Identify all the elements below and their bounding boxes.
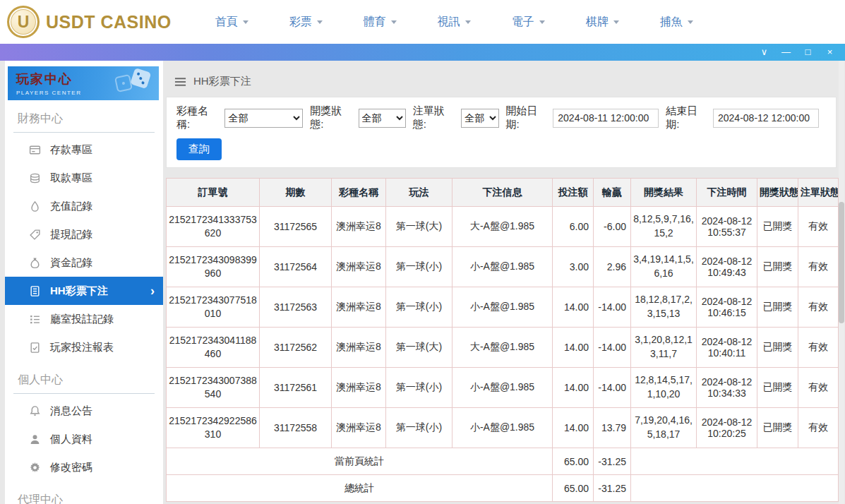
draw-status-cell: 已開獎 (757, 328, 798, 368)
window-maximize-icon[interactable]: □ (797, 44, 819, 61)
coins-icon (29, 172, 41, 184)
section-heading-finance: 財務中心 (13, 110, 155, 133)
page-title: HH彩票下注 (193, 75, 251, 88)
sidebar: 玩家中心 PLAYERS CENTER 財務中心 存款 (5, 61, 163, 504)
sidebar-item-change-password[interactable]: 修改密碼 (5, 453, 163, 481)
search-button[interactable]: 查詢 (176, 138, 222, 160)
lottery-type-select[interactable]: 全部 (224, 109, 303, 128)
lottery-name-cell: 澳洲幸运8 (332, 328, 386, 368)
sidebar-item-player-bet-report[interactable]: 玩家投注報表 (5, 333, 163, 361)
sidebar-item-recharge-records[interactable]: 充值記錄 (5, 192, 163, 220)
list-icon (29, 313, 41, 325)
sidebar-item-deposit-area[interactable]: 存款專區 (5, 136, 163, 164)
nav-item-live[interactable]: 視訊 (438, 15, 471, 30)
window-minimize-icon[interactable]: — (775, 44, 797, 61)
header-lottery-name: 彩種名稱 (332, 179, 386, 207)
nav-item-boardgames[interactable]: 棋牌 (586, 15, 619, 30)
scrollbar-thumb[interactable] (839, 202, 844, 323)
bet-amount-cell: 14.00 (553, 408, 594, 448)
total-stats-win-loss: -31.25 (594, 475, 631, 502)
sidebar-item-withdraw-area[interactable]: 取款專區 (5, 164, 163, 192)
sidebar-item-hall-bet-records[interactable]: 廳室投註記錄 (5, 305, 163, 333)
site-logo[interactable]: U USDT CASINO (0, 6, 172, 38)
lottery-name-cell: 澳洲幸运8 (332, 368, 386, 408)
draw-status-select[interactable]: 全部 (359, 109, 406, 128)
page-stats-win-loss: -31.25 (594, 448, 631, 475)
hamburger-menu-icon[interactable] (174, 77, 186, 87)
start-date-input[interactable] (553, 109, 659, 128)
header-draw-status: 開獎狀態 (757, 179, 798, 207)
sidebar-item-hh-lottery-bets[interactable]: HH彩票下注 › (5, 277, 163, 305)
chevron-right-icon: › (150, 284, 155, 297)
bet-amount-cell: 14.00 (553, 287, 594, 328)
order-status-label: 注單狀態: (413, 104, 457, 131)
bet-amount-cell: 6.00 (553, 207, 594, 247)
vertical-scrollbar[interactable] (839, 61, 844, 504)
header-draw-result: 開獎結果 (631, 179, 697, 207)
nav-item-sports[interactable]: 體育 (364, 15, 397, 30)
nav-item-home[interactable]: 首頁 (215, 15, 248, 30)
bets-table-card: 訂單號 期數 彩種名稱 玩法 下注信息 投注額 輸贏 開獎結果 下注時間 開獎狀… (166, 178, 837, 502)
sidebar-item-label: 消息公告 (50, 404, 92, 418)
header-win-loss: 輸贏 (594, 179, 631, 207)
filter-panel: 彩種名稱: 全部 開獎狀態: 全部 注單狀態: 全部 開始日期: 結束日期: (166, 97, 837, 168)
lottery-name-cell: 澳洲幸运8 (332, 247, 386, 287)
bet-time-cell: 2024-08-12 10:46:15 (697, 287, 757, 328)
order-status-cell: 有效 (798, 287, 839, 328)
nav-item-slots[interactable]: 電子 (512, 15, 545, 30)
dice-icon (112, 66, 157, 100)
end-date-input[interactable] (713, 109, 819, 128)
end-date-label: 結束日期: (666, 104, 709, 131)
lottery-name-cell: 澳洲幸运8 (332, 408, 386, 448)
period-cell: 31172561 (260, 368, 332, 408)
draw-status-cell: 已開獎 (757, 368, 798, 408)
order-status-select[interactable]: 全部 (461, 109, 498, 128)
page-stats-empty-cell (631, 448, 839, 475)
draw-status-cell: 已開獎 (757, 247, 798, 287)
bet-time-cell: 2024-08-12 10:49:43 (697, 247, 757, 287)
draw-result-cell: 8,12,5,9,7,16,15,2 (631, 207, 697, 247)
bet-amount-cell: 3.00 (553, 247, 594, 287)
play-type-cell: 第一球(小) (386, 408, 453, 448)
play-type-cell: 第一球(小) (386, 287, 453, 328)
page-stats-label: 當前頁統計 (167, 448, 553, 475)
order-number-cell: 2152172343098399960 (167, 247, 260, 287)
win-loss-cell: -14.00 (594, 368, 631, 408)
order-status-cell: 有效 (798, 207, 839, 247)
chevron-down-icon (243, 20, 248, 24)
period-cell: 31172564 (260, 247, 332, 287)
window-close-icon[interactable]: × (819, 44, 841, 61)
bet-info-cell: 小-A盤@1.985 (453, 287, 553, 328)
draw-result-cell: 12,8,14,5,17,1,10,20 (631, 368, 697, 408)
draw-status-cell: 已開獎 (757, 287, 798, 328)
total-stats-empty-cell (631, 475, 839, 502)
chevron-down-icon (391, 20, 397, 24)
tag-icon (29, 229, 41, 241)
bet-info-cell: 大-A盤@1.985 (453, 207, 553, 247)
total-stats-amount: 65.00 (553, 475, 594, 502)
play-type-cell: 第一球(小) (386, 247, 453, 287)
page-stats-amount: 65.00 (553, 448, 594, 475)
sidebar-item-withdrawal-records[interactable]: 提現記錄 (5, 220, 163, 248)
nav-item-lottery[interactable]: 彩票 (289, 15, 323, 30)
sidebar-item-label: 廳室投註記錄 (50, 313, 114, 326)
bell-icon (29, 405, 41, 417)
moneybag-icon (29, 257, 41, 269)
header-bet-info: 下注信息 (453, 179, 553, 207)
draw-status-label: 開獎狀態: (310, 104, 354, 131)
order-number-cell: 2152172343077518010 (167, 287, 260, 328)
sidebar-item-funds-records[interactable]: 資金記錄 (5, 248, 163, 277)
period-cell: 31172562 (260, 328, 332, 368)
sidebar-item-announcements[interactable]: 消息公告 (5, 397, 163, 425)
bet-info-cell: 大-A盤@1.985 (453, 328, 553, 368)
main-nav: 首頁 彩票 體育 視訊 電子 棋牌 捕魚 (215, 15, 693, 30)
order-status-cell: 有效 (798, 368, 839, 408)
table-row: 2152172342922586310 31172558 澳洲幸运8 第一球(小… (167, 408, 839, 448)
sidebar-item-profile[interactable]: 個人資料 (5, 425, 163, 453)
window-dropdown-icon[interactable]: ∨ (753, 44, 775, 61)
win-loss-cell: -14.00 (594, 287, 631, 328)
sidebar-item-label: 充值記錄 (50, 200, 92, 213)
draw-status-cell: 已開獎 (757, 408, 798, 448)
finance-menu: 存款專區 取款專區 充值記錄 提現記錄 資金記錄 HH彩票下注 › (5, 136, 163, 361)
nav-item-fishing[interactable]: 捕魚 (660, 15, 693, 30)
